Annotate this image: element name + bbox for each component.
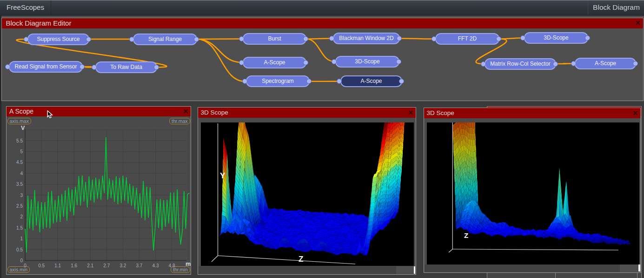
svg-text:5: 5 — [20, 149, 23, 154]
svg-text:3.2: 3.2 — [120, 263, 126, 268]
svg-text:2.1: 2.1 — [87, 263, 93, 268]
svg-text:4.5: 4.5 — [16, 160, 23, 165]
svg-text:0: 0 — [20, 258, 23, 263]
svg-text:m: m — [186, 261, 191, 267]
svg-text:0: 0 — [24, 263, 27, 268]
svg-text:1: 1 — [20, 236, 23, 241]
svg-text:4.3: 4.3 — [153, 263, 159, 268]
svg-text:3.7: 3.7 — [136, 263, 142, 268]
svg-text:4: 4 — [20, 171, 23, 176]
svg-text:3.5: 3.5 — [16, 182, 23, 187]
svg-text:2: 2 — [20, 214, 23, 219]
svg-text:V: V — [21, 125, 25, 131]
svg-text:0.5: 0.5 — [38, 263, 45, 268]
svg-text:Z: Z — [464, 231, 468, 239]
svg-text:5.5: 5.5 — [16, 138, 23, 143]
svg-text:2.5: 2.5 — [16, 203, 23, 209]
svg-text:2.7: 2.7 — [103, 263, 110, 268]
svg-text:3: 3 — [20, 193, 23, 198]
svg-text:4.8: 4.8 — [169, 263, 175, 268]
svg-text:1.1: 1.1 — [54, 263, 61, 268]
svg-text:1.5: 1.5 — [16, 225, 23, 231]
svg-text:Z: Z — [299, 255, 303, 264]
svg-text:0.5: 0.5 — [16, 247, 23, 252]
svg-text:1.6: 1.6 — [71, 263, 77, 268]
svg-text:Y: Y — [220, 171, 226, 180]
